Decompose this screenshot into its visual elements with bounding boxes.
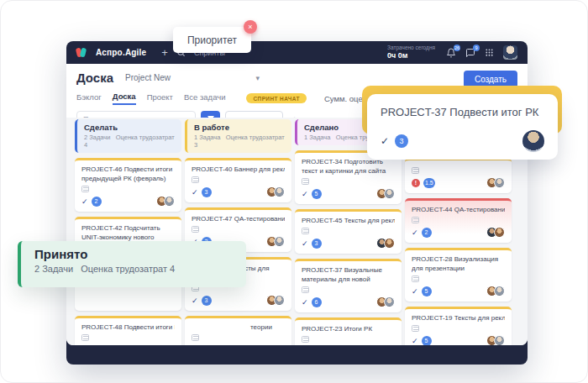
subtask-count-badge: 3 (202, 296, 212, 306)
time-tracker[interactable]: Затрачено сегодня 0ч 0м (387, 45, 435, 60)
subtask-count-badge: 3 (202, 187, 212, 197)
assignee-avatars (486, 286, 505, 296)
check-icon: ✓ (412, 337, 418, 345)
project-selector[interactable]: Project New ▾ (125, 73, 260, 82)
subtask-count-badge: 2 (92, 197, 102, 207)
task-card[interactable]: PROJECT-28 Визуализация для презентации … (405, 248, 512, 302)
task-card[interactable]: PROJECT-37 Визуальные материалы для ново… (295, 259, 402, 312)
page-title: Доска (76, 71, 113, 85)
check-icon: ✓ (412, 287, 418, 296)
check-icon: ✓ (412, 228, 418, 237)
close-icon[interactable]: × (244, 20, 257, 34)
subtask-count-badge: 3 (395, 134, 408, 148)
description-icon (302, 178, 309, 185)
app-logo-icon (76, 47, 87, 58)
assignee-avatars (266, 344, 285, 345)
subtask-count-badge: 2 (422, 228, 432, 238)
assignee-avatars (266, 186, 285, 197)
messages-count-badge: 9 (473, 45, 480, 51)
chevron-down-icon: ▾ (256, 74, 260, 82)
task-card-alert[interactable]: PROJECT-44 QA-тестирование 1 ✓ 2 (405, 198, 512, 243)
description-icon (412, 325, 419, 332)
assignee-avatars (266, 236, 285, 247)
tab-backlog[interactable]: Бэклог (76, 92, 102, 104)
assignee-avatar (522, 130, 544, 152)
assignee-avatars (486, 177, 505, 188)
assignee-avatars (376, 188, 395, 199)
assignee-avatars (376, 238, 395, 249)
priority-tooltip: Приоритет × (173, 27, 251, 53)
description-icon (412, 167, 419, 174)
column-name: Принято (34, 247, 233, 261)
description-icon (81, 334, 89, 341)
overdue-icon: ! (412, 179, 420, 187)
task-card[interactable]: теории ✓ 3 (185, 316, 291, 345)
description-icon (192, 226, 199, 233)
description-icon (412, 275, 419, 282)
apps-grid-icon[interactable] (485, 48, 494, 57)
accepted-column-highlight: Принято 2 Задачи Оценка трудозатрат 4 (18, 241, 246, 287)
time-badge: 1.5 (423, 178, 435, 188)
top-navigation-bar: Аспро.Agile + Спринты Затрачено сегодня … (66, 41, 528, 64)
description-icon (302, 286, 309, 293)
column-header[interactable]: Сделать 2 Задачи Оценка трудозатрат 4 (75, 119, 181, 153)
description-icon (412, 217, 419, 223)
assignee-avatars (376, 296, 395, 307)
assignee-avatars (486, 227, 505, 238)
subtask-count-badge: 3 (312, 239, 322, 249)
subtask-count-badge: 6 (312, 297, 322, 307)
user-avatar[interactable] (503, 45, 517, 60)
subtask-count-badge: 5 (422, 336, 432, 346)
task-title: PROJECT-37 Подвести итог РК (381, 106, 544, 118)
task-card[interactable]: PROJECT-46 Подвести итоги предыдущей РК … (75, 158, 181, 212)
subtask-count-badge: 5 (312, 189, 322, 199)
task-card[interactable]: PROJECT-23 Итоги РК ✓ 5 (295, 317, 402, 345)
task-card[interactable]: PROJECT-40 Баннер для рекламы VK ✓ 3 (185, 158, 291, 202)
check-icon: ✓ (192, 188, 198, 197)
task-card[interactable]: PROJECT-19 Тексты для рекламы VK ✓ 5 (405, 307, 512, 345)
check-icon: ✓ (381, 135, 389, 147)
assignee-avatars (266, 295, 285, 306)
check-icon: ✓ (192, 296, 198, 305)
notifications-bell-icon[interactable]: 26 (446, 48, 456, 58)
description-icon (302, 336, 309, 343)
task-card[interactable]: PROJECT-45 Тексты для рекламы в VK ✓ 3 (295, 209, 402, 254)
subtask-count-badge: 3 (202, 345, 212, 346)
task-card[interactable]: ! 1.5 (405, 158, 512, 193)
page: Аспро.Agile + Спринты Затрачено сегодня … (0, 0, 588, 383)
description-icon (192, 334, 199, 341)
assignee-avatars (156, 196, 175, 207)
description-icon (192, 176, 199, 183)
check-icon: ✓ (302, 298, 308, 307)
description-icon (81, 186, 89, 192)
tab-board[interactable]: Доска (113, 92, 136, 105)
tab-all-tasks[interactable]: Все задачи (184, 92, 226, 104)
check-icon: ✓ (302, 190, 308, 198)
column-meta: 2 Задачи Оценка трудозатрат 4 (34, 264, 233, 274)
highlighted-task-card[interactable]: PROJECT-37 Подвести итог РК ✓ 3 (367, 94, 558, 160)
assignee-avatars (156, 344, 175, 345)
add-icon[interactable]: + (161, 47, 168, 58)
check-icon: ✓ (81, 197, 88, 206)
task-card[interactable]: PROJECT-48 Подвести итоги РК ✓ 3 (75, 316, 181, 345)
assignee-avatars (486, 335, 505, 345)
column-header[interactable]: В работе 1 Задача Оценка трудозатрат 3 (185, 119, 291, 153)
sprint-status-badge: СПРИНТ НАЧАТ (246, 93, 306, 103)
column-todo: Сделать 2 Задачи Оценка трудозатрат 4 PR… (75, 119, 181, 345)
column-in-progress: В работе 1 Задача Оценка трудозатрат 3 P… (185, 119, 291, 345)
tab-project[interactable]: Проект (147, 92, 173, 104)
app-name: Аспро.Agile (96, 48, 146, 57)
check-icon: ✓ (302, 239, 308, 248)
messages-icon[interactable]: 9 (465, 48, 475, 58)
subtask-count-badge: 3 (92, 345, 102, 346)
description-icon (302, 228, 309, 234)
notifications-count-badge: 26 (454, 45, 460, 51)
subtask-count-badge: 5 (422, 286, 432, 296)
